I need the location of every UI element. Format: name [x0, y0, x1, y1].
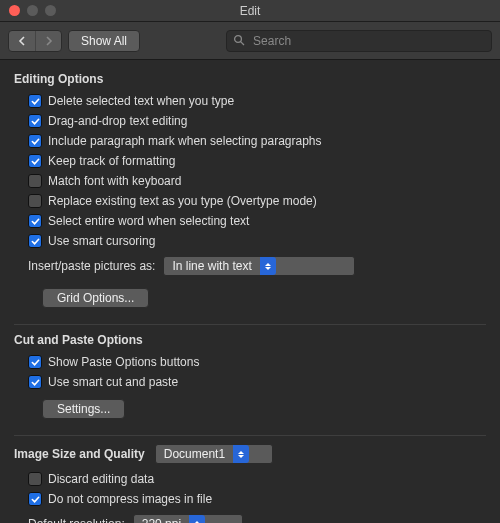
checkbox-label: Use smart cut and paste [48, 375, 178, 389]
section-title: Cut and Paste Options [14, 333, 486, 347]
section-cut-paste: Cut and Paste Options Show Paste Options… [14, 333, 486, 425]
section-title: Image Size and Quality [14, 447, 145, 461]
divider [14, 435, 486, 436]
insert-pictures-select[interactable]: In line with text [163, 256, 355, 276]
chevron-updown-icon [233, 445, 249, 463]
checkbox-row: Replace existing text as you type (Overt… [28, 192, 486, 210]
checkbox-label: Replace existing text as you type (Overt… [48, 194, 317, 208]
default-resolution-select[interactable]: 220 ppi [133, 514, 243, 523]
nav-segment [8, 30, 62, 52]
checkbox-label: Keep track of formatting [48, 154, 175, 168]
titlebar: Edit [0, 0, 500, 22]
divider [14, 324, 486, 325]
default-resolution-row: Default resolution: 220 ppi [28, 514, 486, 523]
checkbox-row: Delete selected text when you type [28, 92, 486, 110]
section-editing-options: Editing Options Delete selected text whe… [14, 72, 486, 314]
settings-button[interactable]: Settings... [42, 399, 125, 419]
svg-point-0 [235, 35, 242, 42]
section-title: Editing Options [14, 72, 486, 86]
svg-line-1 [241, 41, 244, 44]
checkbox-row: Show Paste Options buttons [28, 353, 486, 371]
show-all-button[interactable]: Show All [68, 30, 140, 52]
checkbox-row: Use smart cursoring [28, 232, 486, 250]
chevron-updown-icon [260, 257, 276, 275]
checkbox-label: Use smart cursoring [48, 234, 155, 248]
chevron-left-icon [18, 36, 26, 46]
checkbox-label: Delete selected text when you type [48, 94, 234, 108]
section-image-quality: Image Size and Quality Document1 Discard… [14, 444, 486, 523]
insert-pictures-label: Insert/paste pictures as: [28, 259, 155, 273]
checkbox-row: Keep track of formatting [28, 152, 486, 170]
chevron-right-icon [45, 36, 53, 46]
checkbox[interactable] [28, 134, 42, 148]
checkbox-label: Discard editing data [48, 472, 154, 486]
search-field-wrap [226, 30, 492, 52]
content-scroll[interactable]: Editing Options Delete selected text whe… [0, 60, 500, 523]
checkbox[interactable] [28, 355, 42, 369]
search-input[interactable] [226, 30, 492, 52]
checkbox-label: Match font with keyboard [48, 174, 181, 188]
checkbox[interactable] [28, 94, 42, 108]
grid-options-button[interactable]: Grid Options... [42, 288, 149, 308]
checkbox-row: Match font with keyboard [28, 172, 486, 190]
checkbox[interactable] [28, 194, 42, 208]
checkbox[interactable] [28, 114, 42, 128]
checkbox-label: Do not compress images in file [48, 492, 212, 506]
checkbox-row: Select entire word when selecting text [28, 212, 486, 230]
checkbox[interactable] [28, 375, 42, 389]
select-value: Document1 [164, 447, 225, 461]
search-icon [233, 34, 245, 49]
select-value: In line with text [172, 259, 251, 273]
document-select[interactable]: Document1 [155, 444, 273, 464]
default-resolution-label: Default resolution: [28, 517, 125, 523]
checkbox[interactable] [28, 214, 42, 228]
checkbox-label: Drag-and-drop text editing [48, 114, 187, 128]
checkbox-label: Show Paste Options buttons [48, 355, 199, 369]
checkbox-row: Include paragraph mark when selecting pa… [28, 132, 486, 150]
forward-button[interactable] [35, 31, 61, 51]
toolbar: Show All [0, 22, 500, 60]
window-title: Edit [0, 4, 500, 18]
chevron-updown-icon [189, 515, 205, 523]
checkbox-label: Include paragraph mark when selecting pa… [48, 134, 322, 148]
checkbox-row: Do not compress images in file [28, 490, 486, 508]
select-value: 220 ppi [142, 517, 181, 523]
checkbox[interactable] [28, 234, 42, 248]
checkbox[interactable] [28, 492, 42, 506]
checkbox-row: Discard editing data [28, 470, 486, 488]
checkbox-row: Drag-and-drop text editing [28, 112, 486, 130]
back-button[interactable] [9, 31, 35, 51]
checkbox-label: Select entire word when selecting text [48, 214, 249, 228]
checkbox[interactable] [28, 154, 42, 168]
checkbox-row: Use smart cut and paste [28, 373, 486, 391]
checkbox[interactable] [28, 472, 42, 486]
checkbox[interactable] [28, 174, 42, 188]
insert-pictures-row: Insert/paste pictures as: In line with t… [28, 256, 486, 276]
